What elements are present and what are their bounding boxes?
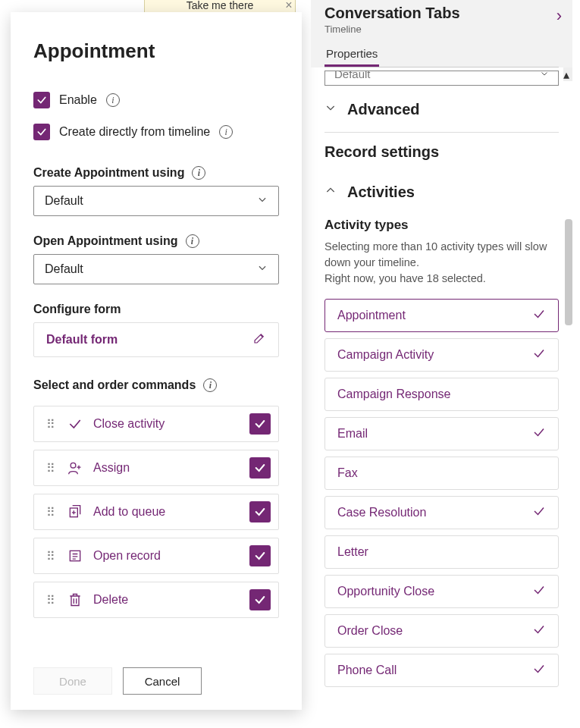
panel-footer: Done Cancel [33, 652, 279, 695]
info-icon[interactable]: i [203, 378, 217, 392]
teaching-banner-text: Take me there [187, 0, 254, 11]
close-icon[interactable]: × [281, 0, 296, 12]
command-checkbox[interactable] [249, 413, 271, 435]
info-icon[interactable]: i [106, 93, 120, 107]
configure-form-box[interactable]: Default form [33, 322, 279, 357]
create-direct-label: Create directly from timeline [59, 125, 210, 139]
command-label: Assign [93, 461, 239, 475]
drag-handle-icon[interactable]: ⠿ [46, 593, 57, 607]
command-label: Close activity [93, 417, 239, 431]
chevron-down-icon [257, 262, 268, 276]
configure-form-value: Default form [46, 333, 118, 347]
advanced-section[interactable]: Advanced [324, 101, 559, 118]
commands-label: Select and order commands i [33, 378, 279, 392]
scroll-up-button[interactable]: ▴ [563, 67, 572, 81]
activity-label: Opportunity Close [337, 585, 434, 598]
activity-label: Campaign Response [337, 388, 450, 401]
command-add-to-queue[interactable]: ⠿Add to queue [33, 494, 279, 530]
create-using-value: Default [45, 194, 83, 208]
record-settings-heading: Record settings [324, 143, 559, 161]
check-icon [532, 347, 546, 364]
activity-item[interactable]: Order Close [324, 614, 559, 648]
open-using-select[interactable]: Default [33, 254, 279, 284]
command-checkbox[interactable] [249, 457, 271, 479]
header-title: Conversation Tabs [324, 5, 559, 22]
command-close-activity[interactable]: ⠿Close activity [33, 406, 279, 442]
activity-item[interactable]: Phone Call [324, 654, 559, 687]
activity-label: Campaign Activity [337, 348, 434, 362]
scrollbar-thumb[interactable] [565, 219, 572, 325]
info-icon[interactable]: i [186, 234, 199, 248]
chevron-up-icon [324, 184, 337, 200]
activity-label: Email [337, 427, 368, 441]
done-button: Done [33, 667, 112, 695]
activity-item[interactable]: Letter [324, 535, 559, 569]
open-record-icon [67, 548, 83, 563]
command-assign[interactable]: ⠿Assign [33, 450, 279, 486]
activity-types-help: Selecting more than 10 activity types wi… [324, 239, 559, 287]
command-label: Open record [93, 549, 239, 563]
activity-item[interactable]: Campaign Activity [324, 338, 559, 372]
properties-column: Conversation Tabs Timeline › Properties … [311, 0, 572, 728]
delete-icon [67, 592, 83, 607]
open-using-value: Default [45, 262, 83, 276]
assign-icon [67, 460, 83, 475]
panel-title: Appointment [33, 39, 279, 63]
open-using-label: Open Appointment using i [33, 234, 279, 248]
drag-handle-icon[interactable]: ⠿ [46, 461, 57, 475]
check-icon [532, 425, 546, 443]
partial-select[interactable]: Default [324, 71, 559, 86]
chevron-right-icon[interactable]: › [556, 6, 562, 26]
enable-checkbox[interactable] [33, 92, 50, 108]
drag-handle-icon[interactable]: ⠿ [46, 549, 57, 563]
cancel-button[interactable]: Cancel [123, 667, 202, 695]
info-icon[interactable]: i [219, 125, 233, 139]
activity-item[interactable]: Campaign Response [324, 378, 559, 411]
chevron-down-icon [257, 194, 268, 208]
command-checkbox[interactable] [249, 501, 271, 522]
chevron-down-icon [324, 102, 337, 118]
divider [324, 132, 559, 133]
check-icon [532, 623, 546, 640]
create-using-select[interactable]: Default [33, 186, 279, 216]
activity-label: Fax [337, 466, 358, 480]
check-icon [532, 662, 546, 679]
activity-item[interactable]: Fax [324, 457, 559, 490]
activity-item[interactable]: Email [324, 417, 559, 450]
header-block: Conversation Tabs Timeline › Properties [311, 0, 572, 67]
activity-label: Appointment [337, 309, 406, 322]
commands-list: ⠿Close activity⠿Assign⠿Add to queue⠿Open… [33, 406, 279, 618]
activities-section[interactable]: Activities [324, 184, 559, 201]
enable-label: Enable [59, 93, 97, 107]
activity-list: AppointmentCampaign ActivityCampaign Res… [324, 299, 559, 687]
check-icon [532, 307, 546, 325]
edit-icon[interactable] [252, 331, 266, 348]
tab-properties[interactable]: Properties [324, 42, 379, 67]
drag-handle-icon[interactable]: ⠿ [46, 505, 57, 519]
command-label: Add to queue [93, 505, 239, 519]
create-using-label: Create Appointment using i [33, 166, 279, 180]
check-icon [532, 504, 546, 522]
command-label: Delete [93, 593, 239, 607]
enable-row: Enable i [33, 92, 279, 108]
command-open-record[interactable]: ⠿Open record [33, 538, 279, 574]
close-activity-icon [67, 416, 83, 431]
create-direct-row: Create directly from timeline i [33, 124, 279, 140]
activity-item[interactable]: Opportunity Close [324, 575, 559, 608]
right-body: ▴ Default Advanced Record settings Activ… [311, 67, 572, 728]
command-checkbox[interactable] [249, 545, 271, 566]
activity-label: Order Close [337, 624, 403, 638]
configure-form-label: Configure form [33, 303, 279, 316]
activity-item[interactable]: Appointment [324, 299, 559, 332]
activity-label: Letter [337, 545, 368, 559]
info-icon[interactable]: i [192, 166, 205, 180]
create-direct-checkbox[interactable] [33, 124, 50, 140]
activity-label: Case Resolution [337, 506, 426, 519]
command-checkbox[interactable] [249, 589, 271, 610]
add-to-queue-icon [67, 504, 83, 519]
drag-handle-icon[interactable]: ⠿ [46, 417, 57, 431]
appointment-panel: Appointment Enable i Create directly fro… [11, 12, 302, 710]
command-delete[interactable]: ⠿Delete [33, 582, 279, 618]
activity-item[interactable]: Case Resolution [324, 496, 559, 529]
svg-point-0 [71, 463, 76, 468]
